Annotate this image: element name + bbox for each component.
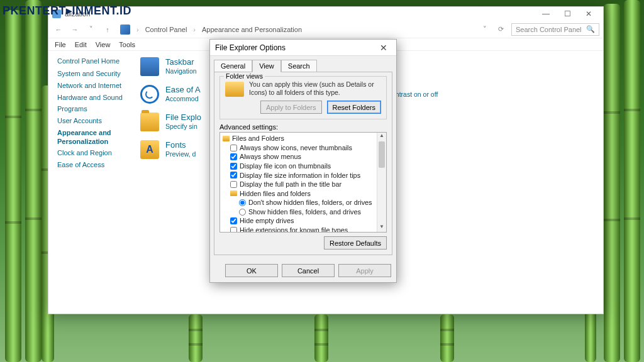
ease-icon bbox=[140, 85, 159, 104]
tree-item[interactable]: Display the full path in the title bar bbox=[230, 180, 375, 189]
back-button[interactable]: ← bbox=[52, 23, 65, 36]
address-dropdown[interactable]: ˅ bbox=[479, 25, 491, 33]
radio[interactable] bbox=[239, 209, 246, 216]
folder-icon bbox=[140, 112, 159, 131]
category-sub[interactable]: Navigation bbox=[165, 67, 197, 75]
maximize-button[interactable]: ☐ bbox=[557, 8, 578, 20]
dialog-tabs: General View Search bbox=[210, 56, 396, 72]
tree-root[interactable]: Files and Folders bbox=[223, 134, 375, 143]
checkbox[interactable] bbox=[230, 227, 237, 233]
tree-item[interactable]: Show hidden files, folders, and drives bbox=[239, 207, 375, 217]
tree-item-label: Display file size information in folder … bbox=[240, 171, 360, 180]
scroll-up-icon[interactable]: ▲ bbox=[377, 133, 386, 141]
breadcrumb-item[interactable]: Control Panel bbox=[143, 26, 190, 33]
restore-defaults-button[interactable]: Restore Defaults bbox=[324, 236, 387, 250]
checkbox[interactable] bbox=[230, 153, 237, 160]
tree-item-label: Always show icons, never thumbnails bbox=[240, 143, 352, 153]
folder-view-icon bbox=[225, 82, 244, 97]
dialog-footer: OK Cancel Apply bbox=[210, 259, 396, 282]
sidebar-item-clock[interactable]: Clock and Region bbox=[57, 149, 125, 158]
tab-view[interactable]: View bbox=[252, 60, 281, 72]
sidebar-item-appearance[interactable]: Appearance and Personalization bbox=[57, 129, 125, 146]
tree-item[interactable]: Always show menus bbox=[230, 152, 375, 162]
tree-item-label: Show hidden files, folders, and drives bbox=[248, 207, 361, 217]
category-title: Fonts bbox=[165, 140, 196, 150]
category-title: Ease of A bbox=[165, 85, 201, 94]
dialog-close-button[interactable]: ✕ bbox=[376, 43, 391, 53]
menu-edit[interactable]: Edit bbox=[75, 41, 87, 48]
refresh-button[interactable]: ⟳ bbox=[494, 25, 508, 33]
folder-views-group: Folder views You can apply this view (su… bbox=[219, 76, 387, 119]
tree-item[interactable]: Hide empty drives bbox=[230, 216, 375, 226]
menu-view[interactable]: View bbox=[96, 41, 111, 48]
folder-icon bbox=[230, 190, 237, 196]
sidebar-home[interactable]: Control Panel Home bbox=[57, 57, 125, 65]
search-input[interactable]: Search Control Panel 🔍 bbox=[511, 23, 599, 36]
tree-item[interactable]: Hidden files and folders bbox=[230, 189, 375, 199]
cancel-button[interactable]: Cancel bbox=[282, 264, 335, 277]
control-panel-icon bbox=[120, 25, 130, 35]
tab-pane-view: Folder views You can apply this view (su… bbox=[214, 72, 392, 255]
tree-item[interactable]: Don't show hidden files, folders, or dri… bbox=[239, 198, 375, 207]
tree-item-label: Hidden files and folders bbox=[240, 189, 311, 199]
apply-to-folders-button[interactable]: Apply to Folders bbox=[260, 101, 321, 114]
tree-item-label: Hide extensions for known file types bbox=[240, 226, 348, 233]
scroll-thumb[interactable] bbox=[379, 141, 385, 168]
tree-item-label: Don't show hidden files, folders, or dri… bbox=[248, 198, 372, 207]
radio[interactable] bbox=[239, 199, 246, 206]
category-title: File Explo bbox=[165, 112, 201, 122]
tree-item[interactable]: Always show icons, never thumbnails bbox=[230, 143, 375, 153]
recent-dropdown[interactable]: ˅ bbox=[85, 23, 97, 36]
tree-item-label: Display the full path in the title bar bbox=[240, 180, 341, 189]
sidebar-item-programs[interactable]: Programs bbox=[57, 105, 125, 114]
scroll-down-icon[interactable]: ▼ bbox=[377, 224, 386, 232]
dialog-title: File Explorer Options bbox=[215, 43, 286, 52]
checkbox[interactable] bbox=[230, 181, 237, 188]
checkbox[interactable] bbox=[230, 217, 237, 224]
tree-item[interactable]: Hide extensions for known file types bbox=[230, 226, 375, 233]
folder-icon bbox=[223, 136, 230, 141]
nav-toolbar: ← → ˅ ↑ › Control Panel › Appearance and… bbox=[48, 21, 603, 38]
ok-button[interactable]: OK bbox=[225, 264, 278, 277]
category-title: Taskbar bbox=[165, 57, 197, 67]
watermark: PKENTERT▸INMENT.ID bbox=[3, 4, 131, 18]
up-button[interactable]: ↑ bbox=[101, 23, 114, 36]
checkbox[interactable] bbox=[230, 145, 237, 151]
reset-folders-button[interactable]: Reset Folders bbox=[327, 101, 381, 114]
sidebar-item-users[interactable]: User Accounts bbox=[57, 117, 125, 126]
menu-file[interactable]: File bbox=[55, 41, 66, 48]
menu-tools[interactable]: Tools bbox=[119, 41, 135, 48]
file-explorer-options-dialog: File Explorer Options ✕ General View Sea… bbox=[209, 39, 397, 283]
search-placeholder: Search Control Panel bbox=[516, 26, 582, 33]
breadcrumb-item[interactable]: Appearance and Personalization bbox=[199, 26, 304, 33]
category-sub[interactable]: Specify sin bbox=[165, 123, 201, 130]
tree-item[interactable]: Display file icon on thumbnails bbox=[230, 162, 375, 171]
folder-view-text: You can apply this view (such as Details… bbox=[249, 80, 381, 97]
forward-button[interactable]: → bbox=[69, 23, 81, 36]
group-legend: Folder views bbox=[224, 72, 265, 80]
tree-scrollbar[interactable]: ▲ ▼ bbox=[377, 133, 386, 232]
tree-item-label: Display file icon on thumbnails bbox=[240, 162, 331, 171]
tree-item[interactable]: Display file size information in folder … bbox=[230, 171, 375, 180]
tree-item-label: Hide empty drives bbox=[240, 216, 294, 226]
sidebar-item-hardware[interactable]: Hardware and Sound bbox=[57, 94, 125, 102]
sidebar-item-network[interactable]: Network and Internet bbox=[57, 82, 125, 90]
advanced-settings-label: Advanced settings: bbox=[219, 123, 387, 131]
category-sub[interactable]: Preview, d bbox=[165, 150, 196, 158]
tab-search[interactable]: Search bbox=[281, 60, 317, 72]
close-button[interactable]: ✕ bbox=[578, 8, 599, 20]
category-sub[interactable]: Accommod bbox=[165, 95, 201, 102]
apply-button[interactable]: Apply bbox=[338, 264, 391, 277]
minimize-button[interactable]: — bbox=[535, 8, 557, 20]
sidebar: Control Panel Home System and Security N… bbox=[48, 51, 130, 314]
checkbox[interactable] bbox=[230, 172, 237, 178]
tab-general[interactable]: General bbox=[214, 60, 252, 72]
advanced-settings-tree[interactable]: Files and FoldersAlways show icons, neve… bbox=[219, 132, 387, 233]
checkbox[interactable] bbox=[230, 163, 237, 170]
dialog-titlebar[interactable]: File Explorer Options ✕ bbox=[210, 40, 396, 56]
sidebar-item-ease[interactable]: Ease of Access bbox=[57, 161, 125, 170]
fonts-icon bbox=[140, 140, 159, 159]
titlebar[interactable]: alization — ☐ ✕ bbox=[48, 7, 603, 21]
sidebar-item-system[interactable]: System and Security bbox=[57, 70, 125, 79]
tree-item-label: Always show menus bbox=[240, 152, 301, 162]
